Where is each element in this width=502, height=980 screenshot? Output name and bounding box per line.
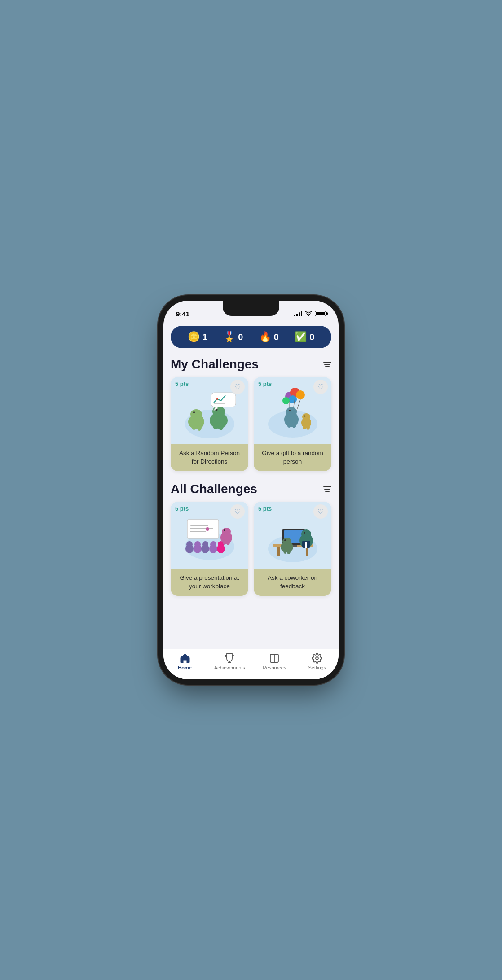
book-icon	[269, 653, 280, 664]
svg-rect-58	[306, 547, 308, 556]
card-image-feedback: 5 pts ♡	[254, 502, 331, 569]
svg-point-28	[292, 421, 296, 428]
challenge-card-directions[interactable]: 5 pts ♡	[171, 377, 248, 471]
svg-point-31	[304, 416, 305, 417]
challenge-card-gift[interactable]: 5 pts ♡	[254, 377, 331, 471]
svg-point-26	[289, 410, 291, 411]
svg-rect-48	[190, 531, 206, 532]
my-challenges-title: My Challenges	[171, 357, 259, 372]
all-challenges-title: All Challenges	[171, 482, 257, 496]
svg-point-73	[316, 657, 318, 660]
stat-points-value: 1	[203, 332, 207, 342]
stat-streak-value: 0	[274, 332, 279, 342]
svg-point-52	[206, 527, 209, 531]
svg-point-40	[202, 541, 208, 547]
svg-point-6	[197, 424, 202, 431]
my-challenges-header: My Challenges	[163, 354, 339, 377]
settings-icon	[312, 653, 322, 664]
my-challenges-grid: 5 pts ♡	[163, 377, 339, 478]
svg-point-32	[303, 424, 306, 429]
card-heart-feedback[interactable]: ♡	[313, 504, 328, 519]
battery-icon	[315, 311, 326, 316]
nav-home[interactable]: Home	[172, 653, 198, 670]
svg-point-30	[302, 413, 310, 420]
all-challenges-filter-button[interactable]	[323, 486, 331, 492]
svg-point-38	[194, 541, 201, 547]
svg-rect-66	[305, 542, 307, 548]
svg-point-18	[296, 390, 305, 399]
stat-item-complete: ✅ 0	[295, 331, 314, 343]
card-image-presentation: 5 pts ♡	[171, 502, 248, 569]
svg-rect-14	[214, 403, 225, 404]
trophy-icon	[224, 653, 235, 664]
svg-point-63	[301, 529, 311, 538]
svg-rect-46	[190, 525, 208, 526]
card-label-directions: Ask a Random Person for Directions	[171, 444, 248, 471]
status-time: 9:41	[176, 310, 189, 318]
nav-resources[interactable]: Resources	[261, 653, 288, 670]
card-pts-gift: 5 pts	[258, 381, 272, 387]
my-challenges-filter-button[interactable]	[323, 362, 331, 367]
svg-point-36	[186, 541, 193, 547]
card-pts-directions: 5 pts	[175, 381, 189, 387]
svg-point-51	[224, 529, 225, 531]
stat-complete-value: 0	[309, 332, 314, 342]
status-icons	[294, 311, 326, 316]
svg-point-3	[190, 409, 202, 419]
svg-point-64	[304, 532, 305, 534]
svg-point-11	[218, 422, 224, 430]
card-label-feedback: Ask a coworker on feedback	[254, 569, 331, 596]
nav-settings[interactable]: Settings	[304, 653, 330, 670]
nav-home-label: Home	[178, 665, 192, 670]
card-heart-presentation[interactable]: ♡	[230, 504, 245, 519]
fire-icon: 🔥	[259, 331, 271, 343]
svg-point-19	[289, 395, 297, 403]
check-icon: ✅	[295, 331, 307, 343]
nav-achievements-label: Achievements	[214, 665, 245, 670]
svg-rect-12	[211, 393, 236, 407]
svg-point-50	[222, 528, 231, 536]
svg-point-33	[306, 424, 310, 430]
nav-resources-label: Resources	[263, 665, 286, 670]
card-label-presentation: Give a presentation at your workplace	[171, 569, 248, 596]
card-heart-directions[interactable]: ♡	[230, 380, 245, 394]
bottom-nav: Home Achievements Resources S	[163, 649, 339, 679]
svg-point-25	[286, 407, 297, 417]
card-pts-feedback: 5 pts	[258, 505, 272, 512]
card-pts-presentation: 5 pts	[175, 505, 189, 512]
challenge-card-feedback[interactable]: 5 pts ♡	[254, 502, 331, 596]
svg-rect-57	[277, 547, 280, 556]
badge-icon: 🎖️	[223, 331, 235, 343]
phone-frame: 9:41 🪙 1 🎖️	[163, 301, 339, 679]
all-challenges-header: All Challenges	[163, 478, 339, 502]
card-image-gift: 5 pts ♡	[254, 377, 331, 444]
svg-point-13	[216, 398, 218, 400]
points-icon: 🪙	[188, 331, 200, 343]
scroll-content[interactable]: 🪙 1 🎖️ 0 🔥 0 ✅ 0 My Challenges	[163, 320, 339, 649]
svg-point-54	[226, 540, 230, 545]
svg-point-5	[192, 423, 196, 430]
challenge-card-presentation[interactable]: 5 pts ♡	[171, 502, 248, 596]
stat-item-badges: 🎖️ 0	[223, 331, 243, 343]
card-label-gift: Give a gift to a random person	[254, 444, 331, 471]
svg-point-69	[284, 539, 286, 541]
nav-settings-label: Settings	[308, 665, 326, 670]
svg-point-0	[308, 315, 309, 316]
wifi-icon	[305, 311, 312, 316]
svg-point-4	[193, 411, 195, 413]
svg-point-71	[287, 549, 291, 554]
nav-achievements[interactable]: Achievements	[214, 653, 245, 670]
home-icon	[179, 653, 191, 664]
card-heart-gift[interactable]: ♡	[313, 380, 328, 394]
svg-point-53	[223, 539, 226, 545]
svg-point-70	[283, 548, 287, 554]
svg-point-42	[210, 541, 216, 547]
svg-point-20	[282, 397, 290, 404]
svg-point-27	[287, 420, 291, 428]
stat-badges-value: 0	[238, 332, 243, 342]
svg-point-8	[212, 406, 225, 417]
svg-rect-47	[190, 528, 213, 529]
stat-item-streak: 🔥 0	[259, 331, 279, 343]
card-image-directions: 5 pts ♡	[171, 377, 248, 444]
svg-point-10	[213, 421, 218, 429]
